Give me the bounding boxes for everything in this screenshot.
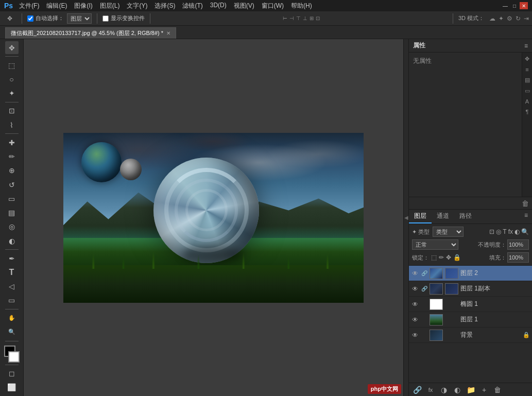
3d-icon-5[interactable]: ⇥: [524, 15, 529, 22]
3d-icon-3[interactable]: ⚙: [507, 15, 512, 22]
filter-icon-5[interactable]: ◐: [514, 228, 520, 235]
type-select[interactable]: 类型: [433, 227, 464, 237]
menu-edit[interactable]: 编辑(E): [43, 1, 70, 11]
menu-3d[interactable]: 3D(D): [207, 1, 230, 11]
canvas-image[interactable]: [63, 133, 364, 303]
close-button[interactable]: ✕: [520, 2, 528, 9]
move-tool[interactable]: [5, 41, 19, 54]
lock-transparent-icon[interactable]: ⬚: [431, 254, 437, 261]
menu-image[interactable]: 图像(I): [71, 1, 95, 11]
heal-tool[interactable]: ✚: [5, 136, 19, 149]
layer-item-layer1copy[interactable]: 👁 🔗 图层 1副本: [409, 281, 532, 297]
filter-icon-2[interactable]: ◎: [496, 228, 501, 235]
auto-select-checkbox[interactable]: [27, 15, 33, 22]
pen-tool[interactable]: ✒: [5, 252, 19, 265]
quick-mask-tool[interactable]: ◻: [5, 367, 19, 380]
align-icon-6[interactable]: ⊡: [316, 15, 320, 21]
menu-layer[interactable]: 图层(L): [97, 1, 123, 11]
ellipse1-visibility-toggle[interactable]: 👁: [411, 300, 419, 308]
magic-wand-tool[interactable]: ✦: [5, 87, 19, 100]
align-icon-5[interactable]: ⊞: [310, 15, 314, 21]
blend-mode-select[interactable]: 正常: [412, 239, 458, 250]
panel-collapse-handle[interactable]: ◀: [403, 39, 408, 396]
properties-menu-button[interactable]: ≡: [524, 42, 528, 49]
add-mask-button[interactable]: ◑: [439, 386, 449, 394]
layer-item-ellipse1[interactable]: 👁 椭圆 1: [409, 297, 532, 312]
3d-icon-2[interactable]: ✦: [499, 15, 504, 22]
layer2-visibility-toggle[interactable]: 👁: [411, 269, 419, 278]
fill-input[interactable]: [507, 252, 529, 263]
delete-layer-button[interactable]: 🗑: [492, 386, 503, 394]
props-icon-2[interactable]: ≡: [525, 66, 528, 73]
fill-label: 填充：: [489, 254, 506, 262]
lasso-tool[interactable]: ○: [5, 73, 19, 85]
layer1-visibility-toggle[interactable]: 👁: [411, 316, 419, 324]
3d-icon-1[interactable]: ☁: [489, 15, 495, 22]
zoom-tool[interactable]: 🔍: [5, 325, 19, 338]
crop-tool[interactable]: ⊡: [5, 105, 19, 117]
props-icon-5[interactable]: A: [525, 98, 529, 105]
screen-mode-tool[interactable]: ⬜: [5, 381, 19, 394]
menu-filter[interactable]: 滤镜(T): [179, 1, 205, 11]
transform-checkbox[interactable]: [102, 15, 109, 22]
background-visibility-toggle[interactable]: 👁: [411, 331, 419, 339]
tab-channels[interactable]: 通道: [432, 210, 454, 223]
props-icon-4[interactable]: ▭: [525, 88, 530, 94]
props-icon-1[interactable]: ✥: [525, 56, 529, 62]
background-color[interactable]: [8, 351, 20, 363]
filter-icon-4[interactable]: fx: [508, 228, 513, 235]
lock-position-icon[interactable]: ✥: [446, 254, 451, 261]
maximize-button[interactable]: □: [510, 2, 519, 9]
lock-all-icon[interactable]: 🔒: [453, 254, 461, 261]
layer-item-layer2[interactable]: 👁 🔗 图层 2: [409, 266, 532, 281]
layer-item-layer1[interactable]: 👁 图层 1: [409, 312, 532, 328]
tab-paths[interactable]: 路径: [454, 210, 477, 223]
delete-layer-top-button[interactable]: 🗑: [522, 199, 529, 208]
filter-icon-6[interactable]: 🔍: [521, 228, 529, 235]
props-icon-3[interactable]: ▤: [525, 77, 530, 83]
text-tool[interactable]: T: [5, 266, 19, 279]
props-icon-6[interactable]: ¶: [526, 109, 529, 115]
layers-panel-menu-button[interactable]: ≡: [520, 210, 532, 223]
layer1copy-visibility-toggle[interactable]: 👁: [411, 285, 419, 293]
align-icon-2[interactable]: ⊣: [289, 15, 294, 21]
blur-tool[interactable]: ◎: [5, 220, 19, 233]
minimize-button[interactable]: —: [501, 2, 509, 9]
opacity-input[interactable]: [507, 239, 529, 250]
group-layers-button[interactable]: 📁: [466, 386, 476, 394]
dodge-tool[interactable]: ◐: [5, 234, 19, 247]
tool-separator-2: [5, 102, 19, 102]
filter-icon-1[interactable]: ⊡: [489, 228, 494, 235]
path-select-tool[interactable]: ◁: [5, 280, 19, 293]
hand-tool[interactable]: ✋: [5, 312, 19, 324]
align-icon-4[interactable]: ⊥: [303, 15, 307, 21]
menu-window[interactable]: 窗口(W): [259, 1, 287, 11]
fx-button[interactable]: fx: [425, 387, 436, 393]
menu-type[interactable]: 文字(Y): [124, 1, 150, 11]
clone-tool[interactable]: ⊕: [5, 164, 19, 177]
history-brush-tool[interactable]: ↺: [5, 178, 19, 191]
align-icon-1[interactable]: ⊢: [283, 15, 287, 21]
tab-layers[interactable]: 图层: [409, 210, 432, 223]
active-tab[interactable]: 微信截图_20210820133717.jpg @ 45.5% (图层 2, R…: [5, 27, 176, 39]
menu-help[interactable]: 帮助(H): [288, 1, 315, 11]
marquee-tool[interactable]: ⬚: [5, 59, 19, 72]
layer-select-dropdown[interactable]: 图层: [67, 13, 92, 24]
menu-view[interactable]: 视图(V): [231, 1, 258, 11]
lock-paint-icon[interactable]: ✏: [439, 254, 444, 261]
eyedropper-tool[interactable]: ⌇: [5, 118, 19, 131]
new-layer-button[interactable]: +: [479, 386, 489, 394]
shape-tool[interactable]: ▭: [5, 294, 19, 307]
align-icon-3[interactable]: ⊤: [296, 15, 301, 21]
link-layers-button[interactable]: 🔗: [412, 386, 422, 394]
layer-item-background[interactable]: 👁 背景 🔒: [409, 328, 532, 343]
menu-file[interactable]: 文件(F): [16, 1, 42, 11]
adjustment-layer-button[interactable]: ◐: [452, 386, 462, 394]
3d-icon-4[interactable]: ↻: [516, 15, 521, 22]
tab-close-button[interactable]: ✕: [166, 30, 170, 36]
brush-tool[interactable]: ✏: [5, 150, 19, 163]
gradient-tool[interactable]: ▤: [5, 206, 19, 219]
eraser-tool[interactable]: ▭: [5, 192, 19, 205]
filter-icon-3[interactable]: T: [503, 228, 506, 235]
menu-select[interactable]: 选择(S): [151, 1, 178, 11]
